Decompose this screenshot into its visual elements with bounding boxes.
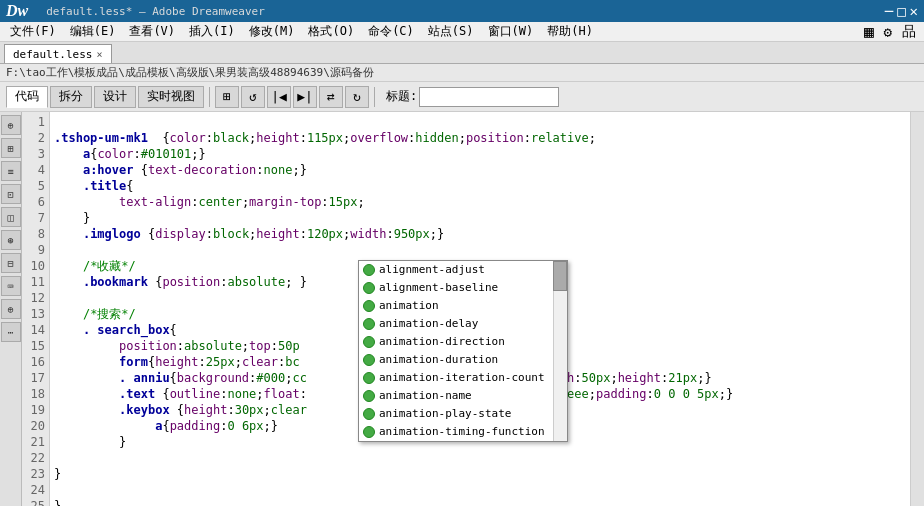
side-btn-search[interactable]: ⊕ — [1, 299, 21, 319]
title-bar-title: default.less* — Adobe Dreamweaver — [46, 5, 265, 18]
ac-icon-8 — [363, 408, 375, 420]
editor-vertical-scrollbar[interactable] — [910, 112, 924, 506]
code-line-9 — [54, 242, 906, 258]
ac-item-7[interactable]: animation-name — [359, 387, 567, 405]
code-editor[interactable]: .tshop-um-mk1 {color:black;height:115px;… — [50, 112, 910, 506]
side-btn-more[interactable]: ⋯ — [1, 322, 21, 342]
code-line-3: a{color:#010101;} — [54, 146, 906, 162]
line-num-11: 11 — [22, 274, 49, 290]
editor-container: 1 2 3 4 5 6 7 8 9 10 11 12 13 14 15 16 1… — [22, 112, 924, 506]
ac-item-2[interactable]: animation — [359, 297, 567, 315]
ac-text-7: animation-name — [379, 388, 472, 404]
code-line-1 — [54, 114, 906, 130]
side-btn-snippets[interactable]: ◫ — [1, 207, 21, 227]
ac-item-5[interactable]: animation-duration — [359, 351, 567, 369]
autocomplete-scrollbar-thumb[interactable] — [553, 261, 567, 291]
code-line-8: .imglogo {display:block;height:120px;wid… — [54, 226, 906, 242]
side-btn-css[interactable]: ⊞ — [1, 138, 21, 158]
page-title-input[interactable] — [419, 87, 559, 107]
side-btn-insert[interactable]: ⊕ — [1, 115, 21, 135]
menu-extra[interactable]: 品 — [902, 23, 916, 41]
line-num-22: 22 — [22, 450, 49, 466]
tab-label: default.less — [13, 48, 92, 61]
ac-text-5: animation-duration — [379, 352, 498, 368]
ac-item-9[interactable]: animation-timing-function — [359, 423, 567, 441]
side-toolbar: ⊕ ⊞ ≡ ⊡ ◫ ⊛ ⊟ ⌨ ⊕ ⋯ — [0, 112, 22, 506]
toolbar-icon-inspect[interactable]: ⊞ — [215, 86, 239, 108]
side-btn-assets[interactable]: ⊡ — [1, 184, 21, 204]
autocomplete-dropdown[interactable]: alignment-adjust alignment-baseline anim… — [358, 260, 568, 442]
menu-format[interactable]: 格式(O) — [302, 22, 360, 41]
ac-icon-1 — [363, 282, 375, 294]
ac-item-3[interactable]: animation-delay — [359, 315, 567, 333]
code-line-7: } — [54, 210, 906, 226]
line-num-24: 24 — [22, 482, 49, 498]
menu-help[interactable]: 帮助(H) — [541, 22, 599, 41]
menu-window[interactable]: 窗口(W) — [482, 22, 540, 41]
ac-text-6: animation-iteration-count — [379, 370, 545, 386]
toolbar-icon-nav2[interactable]: ▶| — [293, 86, 317, 108]
code-line-23: } — [54, 466, 906, 482]
side-btn-behaviors[interactable]: ⊛ — [1, 230, 21, 250]
menu-modify[interactable]: 修改(M) — [243, 22, 301, 41]
ac-icon-7 — [363, 390, 375, 402]
menu-insert[interactable]: 插入(I) — [183, 22, 241, 41]
line-num-13: 13 — [22, 306, 49, 322]
line-num-23: 23 — [22, 466, 49, 482]
window-maximize[interactable]: □ — [897, 3, 905, 19]
tab-default-less[interactable]: default.less × — [4, 44, 112, 63]
toolbar-icon-refresh[interactable]: ↺ — [241, 86, 265, 108]
ac-item-4[interactable]: animation-direction — [359, 333, 567, 351]
toolbar-icon-reload[interactable]: ↻ — [345, 86, 369, 108]
code-view-button[interactable]: 代码 — [6, 86, 48, 108]
ac-icon-4 — [363, 336, 375, 348]
side-btn-history[interactable]: ⊟ — [1, 253, 21, 273]
side-btn-files[interactable]: ≡ — [1, 161, 21, 181]
split-view-button[interactable]: 拆分 — [50, 86, 92, 108]
side-btn-code[interactable]: ⌨ — [1, 276, 21, 296]
menu-view[interactable]: 查看(V) — [123, 22, 181, 41]
path-bar: F:\tao工作\模板成品\成品模板\高级版\果男装高级48894639\源码备… — [0, 64, 924, 82]
code-line-6: text-align:center;margin-top:15px; — [54, 194, 906, 210]
ac-icon-5 — [363, 354, 375, 366]
code-line-24 — [54, 482, 906, 498]
tab-close-button[interactable]: × — [96, 49, 102, 60]
menu-edit[interactable]: 编辑(E) — [64, 22, 122, 41]
toolbar-icon-sync[interactable]: ⇄ — [319, 86, 343, 108]
ac-text-3: animation-delay — [379, 316, 478, 332]
menu-site[interactable]: 站点(S) — [422, 22, 480, 41]
toolbar-icon-nav1[interactable]: |◀ — [267, 86, 291, 108]
settings-icon[interactable]: ⚙ — [884, 24, 892, 40]
code-line-25: } — [54, 498, 906, 506]
window-close[interactable]: ✕ — [910, 3, 918, 19]
line-num-18: 18 — [22, 386, 49, 402]
line-num-7: 7 — [22, 210, 49, 226]
line-num-5: 5 — [22, 178, 49, 194]
ac-item-0[interactable]: alignment-adjust — [359, 261, 567, 279]
autocomplete-scrollbar[interactable] — [553, 261, 567, 441]
ac-icon-2 — [363, 300, 375, 312]
line-num-3: 3 — [22, 146, 49, 162]
line-num-25: 25 — [22, 498, 49, 506]
app-logo: Dw — [6, 2, 28, 20]
menu-file[interactable]: 文件(F) — [4, 22, 62, 41]
line-num-9: 9 — [22, 242, 49, 258]
tab-bar: default.less × — [0, 42, 924, 64]
title-bar: Dw default.less* — Adobe Dreamweaver ─ □… — [0, 0, 924, 22]
menu-bar: 文件(F) 编辑(E) 查看(V) 插入(I) 修改(M) 格式(O) 命令(C… — [0, 22, 924, 42]
window-minimize[interactable]: ─ — [885, 3, 893, 19]
ac-icon-9 — [363, 426, 375, 438]
line-numbers: 1 2 3 4 5 6 7 8 9 10 11 12 13 14 15 16 1… — [22, 112, 50, 506]
code-line-4: a:hover {text-decoration:none;} — [54, 162, 906, 178]
live-view-button[interactable]: 实时视图 — [138, 86, 204, 108]
ac-item-6[interactable]: animation-iteration-count — [359, 369, 567, 387]
ac-icon-3 — [363, 318, 375, 330]
file-path: F:\tao工作\模板成品\成品模板\高级版\果男装高级48894639\源码备… — [6, 65, 374, 80]
design-view-button[interactable]: 设计 — [94, 86, 136, 108]
ac-item-8[interactable]: animation-play-state — [359, 405, 567, 423]
menu-command[interactable]: 命令(C) — [362, 22, 420, 41]
ac-item-1[interactable]: alignment-baseline — [359, 279, 567, 297]
line-num-8: 8 — [22, 226, 49, 242]
ac-icon-6 — [363, 372, 375, 384]
view-icons[interactable]: ▦ — [864, 22, 874, 41]
